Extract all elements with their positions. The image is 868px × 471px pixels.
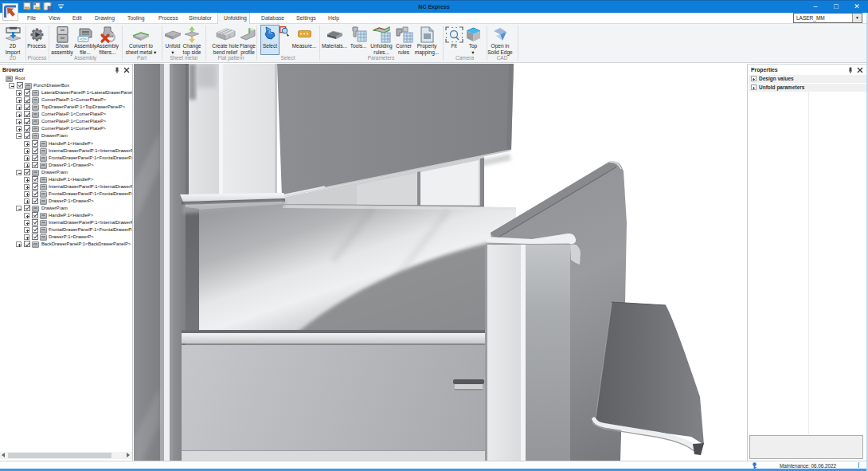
svg-text:</>: </> (80, 37, 87, 41)
